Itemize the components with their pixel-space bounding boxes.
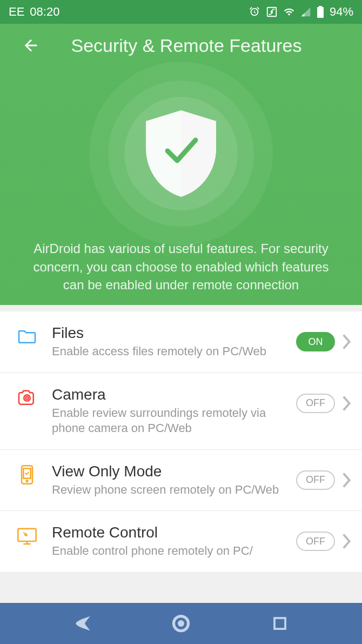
signal-icon [300, 6, 311, 17]
chevron-right-icon[interactable] [343, 334, 351, 349]
nav-back-button[interactable] [69, 610, 96, 637]
battery-percent: 94% [330, 5, 353, 19]
svg-rect-0 [319, 6, 322, 7]
toggle-area: OFF [296, 532, 351, 551]
status-right: 94% [249, 5, 353, 19]
files-toggle[interactable]: ON [296, 332, 335, 351]
view-only-toggle[interactable]: OFF [296, 470, 335, 490]
remote-control-icon [16, 525, 38, 547]
feature-item-files[interactable]: Files Enable access files remotely on PC… [0, 311, 362, 373]
feature-subtitle: Enable access files remotely on PC/Web [52, 344, 291, 360]
svg-point-6 [26, 480, 28, 482]
feature-title: Camera [52, 386, 291, 403]
feature-title: Remote Control [52, 524, 291, 541]
page-title: Security & Remote Features [22, 35, 351, 56]
nav-recent-button[interactable] [266, 610, 293, 637]
alarm-icon [249, 6, 260, 18]
header-top: Security & Remote Features [11, 35, 351, 56]
nfc-icon [266, 6, 278, 18]
svg-rect-1 [317, 7, 324, 18]
camera-toggle[interactable]: OFF [296, 394, 335, 413]
toggle-area: ON [296, 332, 351, 351]
battery-icon [317, 6, 324, 18]
chevron-right-icon[interactable] [343, 396, 351, 411]
feature-title: View Only Mode [52, 463, 291, 480]
time-label: 08:20 [30, 5, 59, 19]
phone-view-icon [16, 464, 38, 486]
features-list: Files Enable access files remotely on PC… [0, 311, 362, 573]
status-bar: EE 08:20 94% [0, 0, 362, 24]
chevron-right-icon[interactable] [343, 534, 351, 549]
feature-subtitle: Enable review surroundings remotely via … [52, 406, 291, 436]
wifi-icon [283, 6, 295, 17]
svg-rect-10 [274, 618, 285, 629]
app-header: Security & Remote Features AirDroid has … [0, 24, 362, 305]
toggle-area: OFF [296, 470, 351, 490]
feature-text: View Only Mode Review phone screen remot… [52, 463, 296, 498]
feature-subtitle: Review phone screen remotely on PC/Web [52, 482, 291, 498]
feature-text: Files Enable access files remotely on PC… [52, 324, 296, 360]
navigation-bar [0, 603, 362, 644]
shield-graphic [89, 62, 273, 245]
feature-text: Remote Control Enable control phone remo… [52, 524, 296, 559]
status-left: EE 08:20 [9, 5, 59, 19]
nav-home-button[interactable] [167, 610, 195, 637]
camera-icon [16, 387, 38, 409]
toggle-area: OFF [296, 394, 351, 413]
shield-icon [140, 108, 222, 200]
remote-control-toggle[interactable]: OFF [296, 532, 335, 551]
feature-item-view-only[interactable]: View Only Mode Review phone screen remot… [0, 450, 362, 512]
files-icon [16, 326, 38, 347]
svg-point-9 [178, 620, 184, 627]
carrier-label: EE [9, 5, 24, 19]
feature-subtitle: Enable control phone remotely on PC/ [52, 543, 291, 559]
feature-item-remote-control[interactable]: Remote Control Enable control phone remo… [0, 511, 362, 573]
feature-title: Files [52, 324, 291, 342]
feature-item-camera[interactable]: Camera Enable review surroundings remote… [0, 373, 362, 450]
feature-text: Camera Enable review surroundings remote… [52, 386, 296, 436]
svg-point-2 [24, 395, 30, 401]
header-description: AirDroid has various of useful features.… [11, 240, 351, 294]
chevron-right-icon[interactable] [343, 473, 351, 488]
svg-point-3 [26, 396, 29, 399]
